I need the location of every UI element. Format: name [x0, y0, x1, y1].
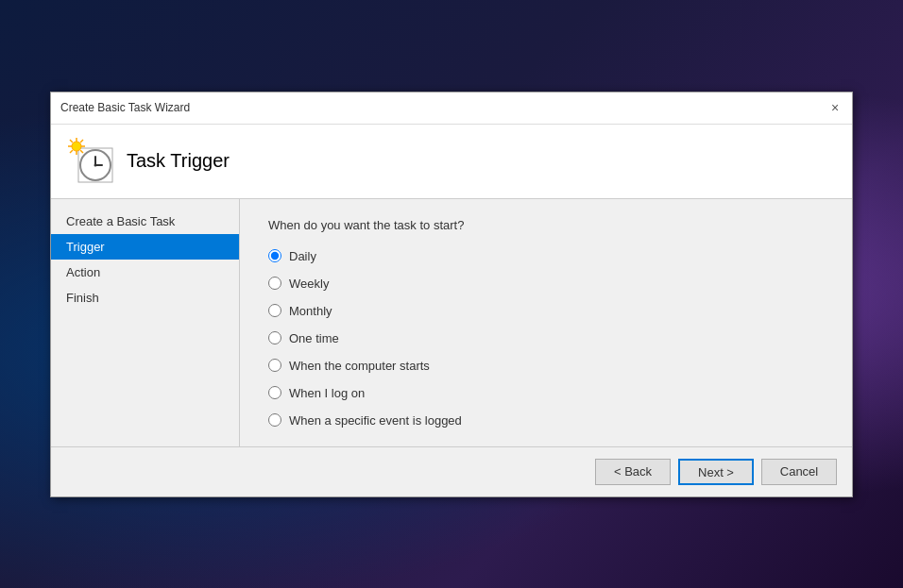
label-monthly: Monthly — [289, 304, 332, 318]
svg-line-8 — [70, 150, 73, 153]
cancel-button[interactable]: Cancel — [761, 459, 837, 485]
option-monthly[interactable]: Monthly — [268, 304, 824, 318]
radio-group: Daily Weekly Monthly One time When the c — [268, 249, 824, 428]
label-computer-starts: When the computer starts — [289, 359, 430, 373]
label-weekly: Weekly — [289, 277, 329, 291]
svg-point-13 — [94, 163, 97, 166]
header-area: Task Trigger — [51, 125, 852, 199]
option-event-logged[interactable]: When a specific event is logged — [268, 413, 824, 428]
close-button[interactable]: × — [827, 100, 843, 115]
question-text: When do you want the task to start? — [268, 218, 824, 232]
radio-one-time[interactable] — [268, 331, 281, 344]
label-event-logged: When a specific event is logged — [289, 413, 462, 428]
label-log-on: When I log on — [289, 386, 365, 400]
content-area: Create a Basic Task Trigger Action Finis… — [51, 199, 852, 446]
svg-line-5 — [70, 140, 73, 143]
header-title: Task Trigger — [127, 150, 230, 172]
sidebar: Create a Basic Task Trigger Action Finis… — [51, 199, 240, 446]
option-daily[interactable]: Daily — [268, 249, 824, 263]
back-button[interactable]: < Back — [595, 459, 671, 485]
svg-point-0 — [72, 142, 81, 151]
radio-daily[interactable] — [268, 249, 281, 262]
label-one-time: One time — [289, 331, 339, 345]
radio-weekly[interactable] — [268, 277, 281, 290]
title-bar: Create Basic Task Wizard × — [51, 92, 852, 125]
dialog-window: Create Basic Task Wizard × — [50, 92, 853, 497]
header-icon-wrapper — [70, 140, 113, 183]
sidebar-item-create-basic-task[interactable]: Create a Basic Task — [51, 209, 239, 234]
radio-log-on[interactable] — [268, 386, 281, 399]
radio-monthly[interactable] — [268, 304, 281, 317]
sun-icon — [68, 138, 89, 159]
label-daily: Daily — [289, 249, 316, 263]
radio-event-logged[interactable] — [268, 413, 281, 427]
option-weekly[interactable]: Weekly — [268, 277, 824, 291]
sidebar-item-trigger[interactable]: Trigger — [51, 234, 239, 260]
svg-line-7 — [80, 140, 83, 143]
option-computer-starts[interactable]: When the computer starts — [268, 359, 824, 373]
radio-computer-starts[interactable] — [268, 359, 281, 372]
sidebar-item-action[interactable]: Action — [51, 260, 239, 285]
footer: < Back Next > Cancel — [51, 446, 852, 496]
window-title: Create Basic Task Wizard — [60, 101, 190, 114]
option-log-on[interactable]: When I log on — [268, 386, 824, 400]
next-button[interactable]: Next > — [678, 459, 754, 485]
svg-line-6 — [80, 150, 83, 153]
main-content: When do you want the task to start? Dail… — [240, 199, 852, 446]
sidebar-item-finish[interactable]: Finish — [51, 285, 239, 311]
option-one-time[interactable]: One time — [268, 331, 824, 345]
